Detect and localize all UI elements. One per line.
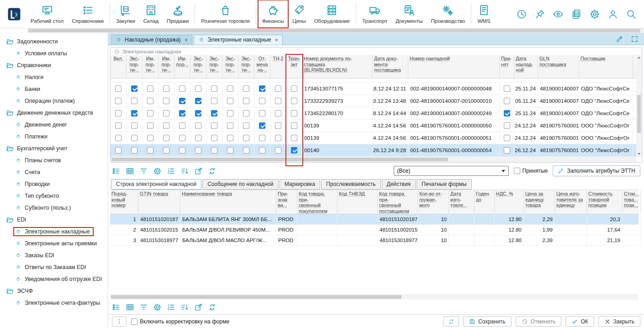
column-header[interactable]: Экс- пор- ти-..: [190, 55, 206, 78]
item-row[interactable]: 14810151020187БАЛЬЗАМ БЕЛИТА ЯНГ 300МЛ Б…: [110, 214, 639, 225]
row-checkbox[interactable]: [504, 85, 510, 92]
horizontal-scrollbar[interactable]: [111, 157, 636, 162]
column-header[interactable]: Дата изго- товле...: [449, 190, 475, 214]
toolbar-scrollbar-thumb[interactable]: [28, 29, 640, 32]
row-checkbox[interactable]: [211, 85, 217, 92]
column-header[interactable]: Код ТНВЭД: [338, 190, 378, 214]
row-checkbox[interactable]: [291, 98, 297, 104]
save-button[interactable]: Сохранить: [463, 316, 512, 327]
column-header[interactable]: Годен до: [475, 190, 495, 214]
column-header[interactable]: При- нят: [500, 55, 514, 78]
row-checkbox[interactable]: [131, 122, 137, 129]
row-checkbox[interactable]: [163, 147, 169, 153]
row-checkbox[interactable]: [163, 85, 169, 92]
sidebar-item-21[interactable]: ЭСЧФ: [0, 285, 108, 297]
column-header[interactable]: Стои... това... пози...: [623, 190, 641, 214]
row-checkbox[interactable]: [259, 135, 265, 141]
row-checkbox[interactable]: [179, 110, 185, 116]
sidebar-item-7[interactable]: Движение денег: [0, 119, 108, 131]
row-checkbox[interactable]: [147, 85, 153, 92]
table-icon[interactable]: [126, 167, 134, 175]
row-checkbox[interactable]: [227, 135, 233, 141]
export-icon[interactable]: [194, 303, 203, 312]
gear-icon[interactable]: [153, 303, 162, 312]
toolbar-item-prices[interactable]: Цены: [288, 0, 310, 28]
list-settings-icon[interactable]: [112, 303, 121, 312]
toolbar-item-equipment[interactable]: Оборудование: [310, 0, 354, 28]
toolbar-item-documents[interactable]: Документы: [391, 0, 427, 28]
row-checkbox[interactable]: [259, 122, 265, 129]
column-header[interactable]: Экс- пор- ти-..: [222, 55, 238, 78]
row-checkbox[interactable]: [275, 85, 281, 92]
table-icon[interactable]: [126, 303, 134, 312]
sidebar-item-1[interactable]: Условия оплаты: [0, 48, 108, 59]
invoice-row[interactable]: 173452228017018.12.24 14:44002-481900014…: [111, 107, 636, 120]
row-checkbox[interactable]: [115, 135, 121, 141]
sidebar-item-6[interactable]: Движение денежных средств: [0, 107, 108, 119]
accepted-filter-checkbox[interactable]: Принятые: [514, 168, 548, 174]
column-header[interactable]: Цена изго- товителя за единицу: [555, 190, 587, 214]
row-checkbox[interactable]: [195, 85, 201, 92]
settings-icon[interactable]: [589, 9, 600, 20]
column-header[interactable]: ТН-2: [270, 55, 286, 78]
column-header[interactable]: Стоимость товарной позиции: [587, 190, 623, 214]
sidebar-item-9[interactable]: Бухгалтерский учет: [0, 143, 108, 154]
row-checkbox[interactable]: [227, 98, 233, 104]
row-checkbox[interactable]: [147, 122, 153, 129]
clock-icon[interactable]: [516, 9, 527, 20]
sidebar-item-3[interactable]: Налоги: [0, 71, 108, 83]
row-checkbox[interactable]: [291, 85, 297, 92]
column-header[interactable]: GLN поставщика: [538, 55, 579, 78]
sidebar-item-15[interactable]: EDI: [0, 214, 108, 226]
item-row[interactable]: 34810153018977БАЛЬЗАМ Д/ВОЛ.МАСЛО АРГ/Ж.…: [110, 235, 639, 246]
toolbar-item-warehouse[interactable]: Склад: [139, 0, 163, 28]
list-settings-icon[interactable]: [112, 167, 121, 175]
row-checkbox[interactable]: [504, 98, 510, 104]
expand-icon[interactable]: [631, 35, 639, 43]
scrollbar-thumb[interactable]: [111, 158, 448, 161]
detail-tab-5[interactable]: Печатные формы: [417, 179, 471, 190]
collapse-icon[interactable]: [114, 49, 120, 54]
toolbar-item-purchases[interactable]: Закупки: [112, 0, 139, 28]
row-checkbox[interactable]: [504, 110, 510, 116]
column-header[interactable]: Номер накладной: [408, 55, 500, 78]
sort-list-icon[interactable]: [180, 303, 189, 312]
row-checkbox[interactable]: [115, 122, 121, 129]
sync-icon[interactable]: [208, 303, 216, 312]
row-checkbox[interactable]: [291, 122, 297, 129]
row-checkbox[interactable]: [275, 122, 281, 129]
column-header[interactable]: Экс- пор- ти-..: [127, 55, 143, 78]
sidebar-item-0[interactable]: Задолженности: [0, 36, 108, 48]
row-checkbox[interactable]: [179, 98, 185, 104]
row-checkbox[interactable]: [291, 110, 297, 116]
row-checkbox[interactable]: [275, 135, 281, 141]
close-button[interactable]: Закрыть: [598, 316, 640, 327]
toolbar-item-desktop[interactable]: Рабочий стол: [26, 0, 68, 28]
item-row[interactable]: 24810151002015БАЛЬЗАМ Д/ВОЛ.РЕВИВОР 450М…: [110, 225, 639, 235]
users-icon[interactable]: [607, 9, 618, 20]
row-checkbox[interactable]: [243, 110, 249, 116]
sidebar-item-4[interactable]: Банки: [0, 83, 108, 95]
row-checkbox[interactable]: [243, 85, 249, 92]
row-checkbox[interactable]: [211, 98, 217, 104]
cancel-button[interactable]: Отменить: [516, 316, 562, 327]
column-header[interactable]: Тран- зит: [286, 55, 302, 78]
row-checkbox[interactable]: [275, 147, 281, 153]
search-icon[interactable]: [626, 9, 637, 20]
row-checkbox[interactable]: [131, 98, 137, 104]
column-header[interactable]: Экс- пор- ти-..: [206, 55, 222, 78]
row-checkbox[interactable]: [115, 147, 121, 153]
row-checkbox[interactable]: [259, 85, 265, 92]
sidebar-item-11[interactable]: Счета: [0, 166, 108, 178]
form-correction-checkbox[interactable]: Включить корректировку на форме: [131, 318, 229, 325]
row-checkbox[interactable]: [115, 85, 121, 92]
column-header[interactable]: Поряд- ковый номер: [110, 190, 138, 214]
sync-icon[interactable]: [208, 167, 216, 175]
row-checkbox[interactable]: [195, 147, 201, 153]
sidebar-item-22[interactable]: Электронные счета-фактуры: [0, 297, 108, 309]
column-header[interactable]: Вкл.: [111, 55, 127, 78]
row-checkbox[interactable]: [243, 122, 249, 129]
row-checkbox[interactable]: [195, 122, 201, 129]
column-header[interactable]: GTIN товара: [138, 190, 180, 214]
refresh-button[interactable]: [443, 316, 459, 327]
